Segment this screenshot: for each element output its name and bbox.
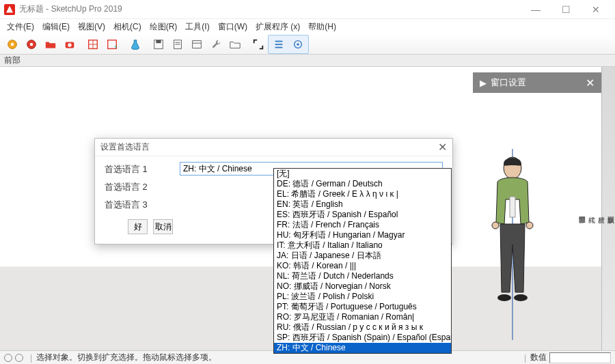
label-lang2: 首选语言 2 [105,180,173,193]
svg-rect-16 [193,40,202,48]
menu-tools[interactable]: 工具(I) [181,20,213,34]
svg-point-28 [492,222,499,229]
language-option[interactable]: PT: 葡萄牙语 / Portuguese / Português [274,302,451,312]
language-option[interactable]: RU: 俄语 / Russian / р у с с к и й я з ы к [274,322,451,333]
tool-grid-icon[interactable] [85,36,101,53]
tool-folder-icon[interactable] [42,36,59,53]
menu-window[interactable]: 窗口(W) [214,20,251,34]
window-title: 无标题 - SketchUp Pro 2019 [19,3,122,15]
svg-point-29 [526,222,533,229]
label-lang1: 首选语言 1 [105,162,173,176]
language-option[interactable]: HU: 匈牙利语 / Hungarian / Magyar [274,230,451,240]
menu-help[interactable]: 帮助(H) [304,20,340,34]
tool-doc-icon[interactable] [169,36,186,53]
menu-draw[interactable]: 绘图(R) [146,20,182,34]
menu-extensions[interactable]: 扩展程序 (x) [251,20,304,34]
language-option[interactable]: KO: 韩语 / Korean / ||| [274,261,451,271]
language-option[interactable]: NO: 挪威语 / Norvegian / Norsk [274,281,451,292]
language-option[interactable]: RO: 罗马尼亚语 / Romanian / Român| [274,312,451,322]
tool-wrench-icon[interactable] [208,36,224,53]
language-option[interactable]: FR: 法语 / French / Français [274,220,451,230]
tool-camera-icon[interactable] [62,36,78,53]
language-option[interactable]: PL: 波兰语 / Polish / Polski [274,292,451,302]
status-indicator-1[interactable] [4,354,12,362]
label-lang3: 首选语言 3 [105,197,173,211]
language-option[interactable]: [无] [274,169,451,179]
measurement-input[interactable] [549,352,611,363]
language-option[interactable]: IT: 意大利语 / Italian / Italiano [274,240,451,251]
chevron-right-icon: ▶ [480,78,487,88]
menu-bar: 文件(E) 编辑(E) 视图(V) 相机(C) 绘图(R) 工具(I) 窗口(W… [0,19,615,34]
language-option[interactable]: EN: 英语 / English [274,199,451,210]
language-dropdown[interactable]: [无]DE: 德语 / German / DeutschEL: 希腊语 / Gr… [273,168,452,354]
app-icon [4,4,15,15]
tool-open-icon[interactable] [227,36,243,53]
tool-flask-icon[interactable] [127,36,144,53]
maximize-button[interactable]: ☐ [551,0,581,19]
language-option[interactable]: ZH: 中文 / Chinese [274,343,451,353]
language-option[interactable]: ES: 西班牙语 / Spanish / Español [274,210,451,220]
dialog-title: 设置首选语言 [100,141,150,153]
svg-point-1 [11,42,14,46]
language-option[interactable]: JA: 日语 / Japanese / 日本語 [274,251,451,261]
language-option[interactable]: NL: 荷兰语 / Dutch / Nederlands [274,271,451,281]
minimize-button[interactable]: — [521,0,551,19]
svg-point-22 [297,43,299,46]
svg-text:+: + [114,44,118,51]
tool-save-icon[interactable] [150,36,167,53]
panel-close-icon[interactable]: ✕ [586,76,594,89]
tool-settings-icon[interactable] [290,36,306,53]
right-tab-strip: 默认面板 材质 样式 阴影管理 [601,67,615,350]
tool-grid-add-icon[interactable]: + [104,36,120,53]
panel-header[interactable]: ▶ 窗口设置 ✕ [473,72,601,93]
tool-list-icon[interactable] [271,36,287,53]
status-value-label: 数值 [530,352,547,363]
title-bar: 无标题 - SketchUp Pro 2019 — ☐ ✕ [0,0,615,19]
ok-button[interactable]: 好 [128,219,148,234]
toolbar: + [0,34,615,55]
dialog-titlebar[interactable]: 设置首选语言 ✕ [95,139,452,156]
menu-edit[interactable]: 编辑(E) [38,20,74,34]
svg-point-3 [30,42,33,46]
svg-point-26 [497,294,511,301]
panel-title: 窗口设置 [491,76,526,89]
menu-file[interactable]: 文件(E) [3,20,38,34]
language-option[interactable]: SP: 西班牙语 / Spanish (Spain) / Español (Es… [274,333,451,343]
svg-point-27 [514,294,528,301]
svg-rect-25 [510,197,515,217]
language-option[interactable]: EL: 希腊语 / Greek / Ε λ λ η ν ι κ | [274,189,451,199]
language-option[interactable]: DE: 德语 / German / Deutsch [274,179,451,189]
scale-figure [485,149,540,340]
tool-gear-red-icon[interactable] [23,36,40,53]
cancel-button[interactable]: 取消 [153,219,173,234]
viewport[interactable]: 默认面板 材质 样式 阴影管理 ▶ 窗口设置 ✕ 设置首选语言 ✕ 首选语言 1… [0,67,615,350]
tool-fullscreen-icon[interactable] [250,36,266,53]
close-button[interactable]: ✕ [581,0,611,19]
svg-rect-12 [156,40,161,43]
dialog-close-icon[interactable]: ✕ [438,141,447,154]
tool-window-icon[interactable] [189,36,205,53]
view-label: 前部 [0,55,615,67]
status-hint: 选择对象。切换到扩充选择。拖动鼠标选择多项。 [36,352,217,363]
select-lang1-value: ZH: 中文 / Chinese [183,163,252,175]
status-indicator-2[interactable] [15,354,23,362]
tool-gear-yellow-icon[interactable] [4,36,20,53]
menu-camera[interactable]: 相机(C) [109,20,146,34]
svg-point-5 [68,43,71,46]
menu-view[interactable]: 视图(V) [74,20,109,34]
